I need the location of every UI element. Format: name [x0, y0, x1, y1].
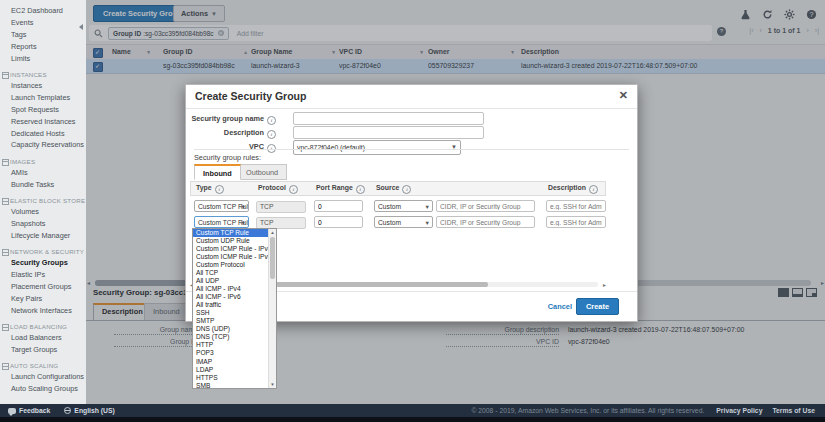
collapse-section-icon[interactable] — [2, 198, 9, 205]
cancel-button[interactable]: Cancel — [548, 302, 572, 311]
sidebar-item[interactable]: Snapshots — [0, 218, 86, 230]
source-select[interactable]: Custom▼ — [374, 200, 433, 212]
terms-of-use-link[interactable]: Terms of Use — [772, 407, 815, 414]
type-dropdown-list: Custom TCP Rule Custom UDP Rule Custom I… — [192, 228, 277, 389]
rule-description-input[interactable] — [546, 216, 606, 228]
dropdown-option[interactable]: SMTP — [193, 317, 269, 325]
vpc-label: VPCi — [186, 142, 276, 153]
dropdown-scrollbar[interactable]: ▲ ▼ — [268, 229, 276, 388]
sidebar-item[interactable]: Launch Configurations — [0, 371, 86, 383]
type-select[interactable]: Custom TCP Rule▼ — [194, 216, 249, 228]
dropdown-option[interactable]: SMB — [193, 382, 269, 389]
info-icon[interactable]: i — [267, 130, 276, 139]
sidebar-item[interactable]: Bundle Tasks — [0, 179, 86, 191]
chevron-down-icon: ▼ — [241, 217, 246, 228]
console-footer: Feedback English (US) © 2008 - 2019, Ama… — [0, 404, 825, 417]
collapse-section-icon[interactable] — [2, 363, 9, 370]
scroll-down-icon[interactable]: ▼ — [269, 381, 276, 388]
security-group-name-input[interactable] — [293, 112, 484, 125]
sidebar-item[interactable]: Limits — [0, 53, 86, 65]
info-icon[interactable]: i — [267, 116, 276, 125]
sidebar-item[interactable]: NETWORK & SECURITY — [0, 246, 86, 257]
dropdown-option[interactable]: Custom ICMP Rule - IPv4 — [193, 245, 269, 253]
info-icon[interactable]: i — [356, 185, 365, 194]
ec2-console-screen: EC2 Dashboard Events Tags Reports — [0, 0, 825, 422]
create-button[interactable]: Create — [576, 298, 619, 315]
sidebar-item[interactable]: IMAGES — [0, 156, 86, 167]
tab-outbound[interactable]: Outbound — [237, 164, 287, 180]
dropdown-option[interactable]: All ICMP - IPv4 — [193, 285, 269, 293]
chevron-down-icon: ▼ — [425, 217, 430, 228]
sidebar-item[interactable]: Reserved Instances — [0, 116, 86, 128]
dropdown-option[interactable]: SSH — [193, 309, 269, 317]
info-icon[interactable]: i — [215, 185, 224, 194]
sidebar-item[interactable]: Network Interfaces — [0, 305, 86, 317]
privacy-policy-link[interactable]: Privacy Policy — [716, 407, 762, 414]
sidebar-item[interactable]: Capacity Reservations — [0, 139, 86, 151]
sidebar-item[interactable]: AMIs — [0, 167, 86, 179]
sidebar-item[interactable]: Volumes — [0, 206, 86, 218]
sidebar-item[interactable]: Tags — [0, 29, 86, 41]
sidebar-item[interactable]: Dedicated Hosts — [0, 128, 86, 140]
description-input[interactable] — [293, 126, 484, 139]
dropdown-option[interactable]: POP3 — [193, 349, 269, 357]
dropdown-option[interactable]: All TCP — [193, 269, 269, 277]
dropdown-option[interactable]: All traffic — [193, 301, 269, 309]
info-icon[interactable]: i — [589, 185, 598, 194]
sidebar-item[interactable]: Target Groups — [0, 344, 86, 356]
sidebar-item[interactable]: Key Pairs — [0, 293, 86, 305]
sidebar-item[interactable]: Auto Scaling Groups — [0, 383, 86, 395]
sidebar-item[interactable]: Elastic IPs — [0, 269, 86, 281]
port-range-input[interactable] — [314, 216, 363, 228]
collapse-section-icon[interactable] — [2, 249, 9, 256]
vpc-select[interactable]: vpc-872f04e0 (default)▼ — [293, 140, 461, 155]
dropdown-option[interactable]: IMAP — [193, 358, 269, 366]
feedback-bubble-icon — [8, 408, 16, 414]
sidebar-item[interactable]: LOAD BALANCING — [0, 321, 86, 332]
rule-description-input[interactable] — [546, 200, 606, 212]
info-icon[interactable]: i — [289, 185, 298, 194]
sidebar-item[interactable]: Launch Templates — [0, 92, 86, 104]
sidebar-item[interactable]: Spot Requests — [0, 104, 86, 116]
type-select[interactable]: Custom TCP Rule▼ — [194, 200, 249, 212]
dropdown-option[interactable]: Custom Protocol — [193, 261, 269, 269]
sidebar-item[interactable]: AUTO SCALING — [0, 360, 86, 371]
scrollbar-thumb[interactable] — [270, 237, 275, 279]
scroll-up-icon[interactable]: ▲ — [269, 229, 276, 236]
collapse-section-icon[interactable] — [2, 159, 9, 166]
feedback-button[interactable]: Feedback — [8, 407, 50, 414]
sidebar-item[interactable]: INSTANCES — [0, 69, 86, 80]
dropdown-option[interactable]: DNS (TCP) — [193, 333, 269, 341]
scroll-right-icon[interactable]: ▸ — [603, 281, 606, 288]
sidebar-item[interactable]: Load Balancers — [0, 332, 86, 344]
language-selector[interactable]: English (US) — [64, 407, 114, 414]
collapse-section-icon[interactable] — [2, 72, 9, 79]
tab-inbound[interactable]: Inbound — [194, 164, 241, 180]
sidebar-item[interactable]: Reports — [0, 41, 86, 53]
dropdown-option[interactable]: Custom TCP Rule — [193, 229, 269, 237]
sidebar-item[interactable]: ELASTIC BLOCK STORE — [0, 195, 86, 206]
dropdown-option[interactable]: LDAP — [193, 366, 269, 374]
sidebar-collapse-arrow-icon[interactable] — [79, 24, 83, 30]
sidebar-item[interactable]: Placement Groups — [0, 281, 86, 293]
sidebar-item[interactable]: Security Groups — [0, 257, 86, 269]
sidebar-item[interactable]: EC2 Dashboard — [0, 5, 86, 17]
dropdown-option[interactable]: All ICMP - IPv6 — [193, 293, 269, 301]
close-icon[interactable]: ✕ — [619, 89, 628, 102]
source-cidr-input[interactable] — [436, 200, 535, 212]
dropdown-option[interactable]: HTTP — [193, 341, 269, 349]
copyright-text: © 2008 - 2019, Amazon Web Services, Inc.… — [471, 407, 704, 414]
source-select[interactable]: Custom▼ — [374, 216, 433, 228]
sidebar-item[interactable]: Instances — [0, 80, 86, 92]
sidebar-item[interactable]: Events — [0, 17, 86, 29]
dropdown-option[interactable]: Custom UDP Rule — [193, 237, 269, 245]
dropdown-option[interactable]: Custom ICMP Rule - IPv6 — [193, 253, 269, 261]
port-range-input[interactable] — [314, 200, 363, 212]
source-cidr-input[interactable] — [436, 216, 535, 228]
dropdown-option[interactable]: DNS (UDP) — [193, 325, 269, 333]
info-icon[interactable]: i — [402, 185, 411, 194]
dropdown-option[interactable]: All UDP — [193, 277, 269, 285]
collapse-section-icon[interactable] — [2, 324, 9, 331]
sidebar-item[interactable]: Lifecycle Manager — [0, 230, 86, 242]
dropdown-option[interactable]: HTTPS — [193, 374, 269, 382]
